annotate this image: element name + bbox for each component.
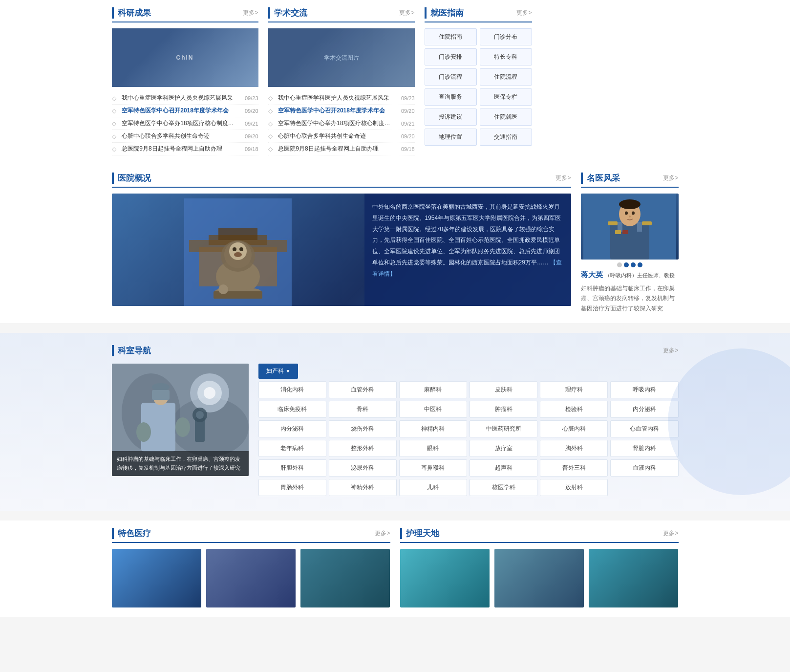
- guide-btn-traffic[interactable]: 交通指南: [480, 129, 532, 146]
- guide-btn-admission-flow[interactable]: 住院流程: [480, 68, 532, 86]
- doctor-dot-3[interactable]: [631, 262, 636, 267]
- research-more[interactable]: 更多>: [243, 9, 258, 17]
- special-medical-header: 特色医疗 更多>: [112, 528, 390, 543]
- svg-point-36: [136, 422, 151, 442]
- guide-btn-location[interactable]: 地理位置: [425, 129, 477, 146]
- dept-image: 妇科肿瘤的基础与临床工作，在卵巢癌、宫颈癌的发病转移，复发机制与基因治疗方面进行…: [112, 364, 249, 476]
- special-medical-col: 特色医疗 更多>: [112, 528, 390, 607]
- dept-cell[interactable]: 血液内科: [610, 459, 678, 477]
- dept-header: 科室导航 更多>: [112, 345, 679, 356]
- overview-text: 中外知名的西京医院坐落在美丽的古城西安，其前身是延安抗战烽火岁月里诞生的中央医院…: [372, 203, 561, 266]
- dept-cell[interactable]: 超声科: [470, 459, 537, 477]
- dept-cell[interactable]: 烧伤外科: [329, 420, 397, 437]
- guide-btn-insurance[interactable]: 医保专栏: [480, 88, 532, 106]
- academic-title: 学术交流: [268, 7, 307, 19]
- svg-rect-20: [608, 221, 618, 225]
- dept-cell[interactable]: 胸外科: [540, 440, 608, 457]
- dept-cell[interactable]: 老年病科: [258, 440, 326, 457]
- dept-cell[interactable]: 心脏内科: [540, 420, 608, 437]
- academic-news-item[interactable]: ◇ 我中心重症医学科医护人员央视综艺展风采 09/23: [268, 92, 415, 105]
- dept-cell[interactable]: 眼科: [399, 440, 467, 457]
- research-news-item[interactable]: ◇ 空军特色医学中心举办18项医疗核心制度精讲讲座 09/21: [112, 117, 258, 130]
- guide-btn-clinic-dist[interactable]: 门诊分布: [480, 28, 532, 45]
- academic-news-item[interactable]: ◇ 心脏中心联合多学科共创生命奇迹 09/20: [268, 130, 415, 143]
- dept-cell[interactable]: 检验科: [540, 401, 608, 418]
- academic-news-item[interactable]: ◇ 空军特色医学中心召开2018年度学术年会 09/20: [268, 105, 415, 117]
- research-news-item[interactable]: ◇ 我中心重症医学科医护人员央视综艺展风采 09/23: [112, 92, 258, 105]
- overview-title: 医院概况: [112, 173, 151, 184]
- dept-cell[interactable]: 呼吸内科: [610, 381, 678, 398]
- dept-cell[interactable]: 泌尿外科: [329, 459, 397, 477]
- dept-cell[interactable]: 内分泌科: [258, 420, 326, 437]
- dept-cell[interactable]: 放疗室: [470, 440, 537, 457]
- research-image: ChIN: [112, 28, 258, 87]
- research-header: 科研成果 更多>: [112, 7, 258, 22]
- guide-btn-complaint[interactable]: 投诉建议: [425, 108, 477, 126]
- special-img-1: [112, 549, 201, 607]
- dept-cell[interactable]: 整形外科: [329, 440, 397, 457]
- doctor-carousel-dots: [581, 262, 679, 267]
- dept-cell[interactable]: 儿科: [399, 479, 467, 496]
- overview-header: 医院概况 更多>: [112, 173, 571, 188]
- nursing-img-2: [494, 549, 584, 607]
- special-medical-images: [112, 549, 390, 607]
- dept-cell[interactable]: 骨科: [329, 401, 397, 418]
- research-news-item[interactable]: ◇ 心脏中心联合多学科共创生命奇迹 09/20: [112, 130, 258, 143]
- nursing-header: 护理天地 更多>: [400, 528, 679, 543]
- doctor-title: （呼吸内科）主任医师、教授: [605, 272, 675, 278]
- dept-cell[interactable]: 耳鼻喉科: [399, 459, 467, 477]
- dept-cell[interactable]: 心血管内科: [610, 420, 678, 437]
- svg-point-25: [632, 212, 635, 215]
- guide-btn-specialty[interactable]: 特长专科: [480, 48, 532, 65]
- dept-cell[interactable]: 皮肤科: [470, 381, 537, 398]
- academic-header: 学术交流 更多>: [268, 7, 415, 22]
- dept-cell[interactable]: 消化内科: [258, 381, 326, 398]
- svg-rect-27: [615, 230, 621, 234]
- dept-cell[interactable]: 肿瘤科: [470, 401, 537, 418]
- guide-btn-hospital[interactable]: 住院指南: [425, 28, 477, 45]
- svg-rect-19: [637, 222, 642, 232]
- dept-cell[interactable]: 血管外科: [329, 381, 397, 398]
- guide-btn-query[interactable]: 查询服务: [425, 88, 477, 106]
- research-news-item[interactable]: ◇ 空军特色医学中心召开2018年度学术年会 09/20: [112, 105, 258, 117]
- special-img-2: [206, 549, 296, 607]
- guide-btn-clinic-arrange[interactable]: 门诊安排: [425, 48, 477, 65]
- nursing-more[interactable]: 更多>: [663, 529, 678, 538]
- dept-cell[interactable]: 神精内科: [399, 420, 467, 437]
- dept-right: 妇产科 ▼ 消化内科 血管外科 麻醉科 皮肤科 理疗科 呼吸内科 临床免疫科 骨…: [258, 364, 679, 496]
- doctor-dot-2[interactable]: [624, 262, 629, 267]
- guide-more[interactable]: 更多>: [516, 9, 532, 17]
- guide-btn-clinic-flow[interactable]: 门诊流程: [425, 68, 477, 86]
- dept-cell[interactable]: 内分泌科: [610, 401, 678, 418]
- famous-more[interactable]: 更多>: [663, 174, 678, 182]
- dept-img-caption: 妇科肿瘤的基础与临床工作，在卵巢癌、宫颈癌的发病转移，复发机制与基因治疗方面进行…: [112, 451, 249, 476]
- dept-more[interactable]: 更多>: [663, 347, 678, 355]
- doctor-dot-1[interactable]: [617, 262, 622, 267]
- dept-cell[interactable]: 麻醉科: [399, 381, 467, 398]
- dept-cell[interactable]: 核医学科: [470, 479, 537, 496]
- academic-news-item[interactable]: ◇ 总医院9月8日起挂号全程网上自助办理 09/18: [268, 143, 415, 155]
- research-news-item[interactable]: ◇ 总医院9月8日起挂号全程网上自助办理 09/18: [112, 143, 258, 155]
- dept-grid: 消化内科 血管外科 麻醉科 皮肤科 理疗科 呼吸内科 临床免疫科 骨科 中医科 …: [258, 381, 679, 496]
- dept-cell[interactable]: 普外三科: [540, 459, 608, 477]
- dept-cell[interactable]: 放射科: [540, 479, 608, 496]
- svg-point-15: [218, 284, 228, 294]
- svg-rect-4: [218, 228, 257, 240]
- dept-active-tab[interactable]: 妇产科 ▼: [258, 364, 299, 379]
- dept-cell[interactable]: 中医科: [399, 401, 467, 418]
- doctor-dot-4[interactable]: [638, 262, 642, 267]
- special-medical-more[interactable]: 更多>: [375, 529, 390, 538]
- dept-cell[interactable]: 中医药研究所: [470, 420, 537, 437]
- svg-rect-28: [622, 230, 628, 234]
- guide-btn-admission[interactable]: 住院就医: [480, 108, 532, 126]
- dept-cell[interactable]: 肝胆外科: [258, 459, 326, 477]
- dept-cell[interactable]: 理疗科: [540, 381, 608, 398]
- academic-more[interactable]: 更多>: [399, 9, 414, 17]
- dept-cell[interactable]: 肾脏内科: [610, 440, 678, 457]
- dept-cell[interactable]: 神精外科: [329, 479, 397, 496]
- overview-more[interactable]: 更多>: [555, 174, 571, 182]
- dept-cell[interactable]: 临床免疫科: [258, 401, 326, 418]
- academic-news-item[interactable]: ◇ 空军特色医学中心举办18项医疗核心制度精讲讲座 09/21: [268, 117, 415, 130]
- dept-cell[interactable]: 胃肠外科: [258, 479, 326, 496]
- doctor-desc: 妇科肿瘤的基础与临床工作，在卵巢癌、宫颈癌的发病转移，复发机制与基因治疗方面进行…: [581, 283, 679, 313]
